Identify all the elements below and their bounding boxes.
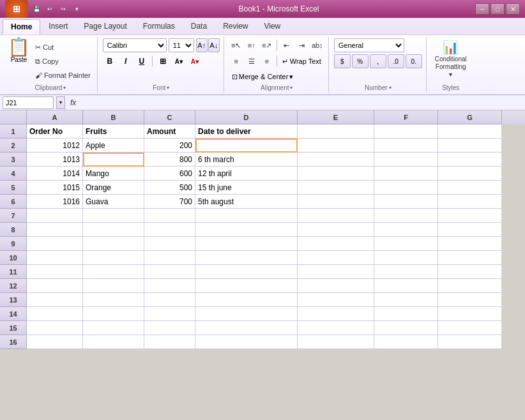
maximize-btn[interactable]: □ (491, 3, 505, 15)
cell-d2[interactable] (195, 139, 298, 153)
save-quick-btn[interactable]: 💾 (31, 4, 42, 14)
cell-f8[interactable] (374, 223, 438, 237)
cell-e1[interactable] (298, 124, 374, 139)
cell-c8[interactable] (144, 223, 195, 237)
cell-a11[interactable] (27, 265, 83, 279)
cell-g8[interactable] (438, 223, 502, 237)
row-header-14[interactable]: 14 (0, 307, 27, 321)
cell-d12[interactable] (195, 279, 298, 293)
cell-f2[interactable] (374, 139, 438, 153)
cell-b13[interactable] (83, 293, 144, 307)
comma-btn[interactable]: , (370, 54, 386, 68)
bold-btn[interactable]: B (103, 54, 117, 68)
cut-btn[interactable]: ✂ Cut (33, 41, 93, 54)
cell-c13[interactable] (144, 293, 195, 307)
cell-f5[interactable] (374, 181, 438, 195)
cell-c5[interactable]: 500 (144, 181, 195, 195)
col-header-c[interactable]: C (144, 110, 195, 124)
cell-g13[interactable] (438, 293, 502, 307)
align-right-btn[interactable]: ≡ (260, 54, 274, 68)
cell-b1[interactable]: Fruits (83, 124, 144, 139)
cell-e15[interactable] (298, 321, 374, 335)
cell-b11[interactable] (83, 265, 144, 279)
cell-d14[interactable] (195, 307, 298, 321)
cell-b12[interactable] (83, 279, 144, 293)
row-header-4[interactable]: 4 (0, 167, 27, 181)
row-header-1[interactable]: 1 (0, 124, 27, 139)
paste-btn[interactable]: 📋 Paste (8, 38, 30, 63)
cell-d15[interactable] (195, 321, 298, 335)
cell-g16[interactable] (438, 335, 502, 349)
row-header-11[interactable]: 11 (0, 265, 27, 279)
cell-c11[interactable] (144, 265, 195, 279)
cell-a5[interactable]: 1015 (27, 181, 83, 195)
cell-e9[interactable] (298, 237, 374, 251)
cell-e3[interactable] (298, 153, 374, 167)
border-btn[interactable]: ⊞ (156, 54, 170, 68)
row-header-3[interactable]: 3 (0, 153, 27, 167)
cell-d6[interactable]: 5th august (195, 195, 298, 209)
col-header-g[interactable]: G (438, 110, 502, 124)
undo-quick-btn[interactable]: ↩ (44, 4, 56, 14)
cell-b6[interactable]: Guava (83, 195, 144, 209)
align-top-right-btn[interactable]: ≡↗ (260, 38, 274, 52)
cell-c2[interactable]: 200 (144, 139, 195, 153)
cell-d4[interactable]: 12 th april (195, 167, 298, 181)
cell-g4[interactable] (438, 167, 502, 181)
cell-b8[interactable] (83, 223, 144, 237)
cell-g1[interactable] (438, 124, 502, 139)
tab-page-layout[interactable]: Page Layout (76, 19, 134, 34)
align-top-center-btn[interactable]: ≡↑ (245, 38, 259, 52)
row-header-7[interactable]: 7 (0, 209, 27, 223)
cell-a9[interactable] (27, 237, 83, 251)
align-center-btn[interactable]: ☰ (245, 54, 259, 68)
cell-c10[interactable] (144, 251, 195, 265)
cell-f7[interactable] (374, 209, 438, 223)
cell-c14[interactable] (144, 307, 195, 321)
cell-a6[interactable]: 1016 (27, 195, 83, 209)
row-header-16[interactable]: 16 (0, 335, 27, 349)
close-btn[interactable]: ✕ (506, 3, 520, 15)
cell-c4[interactable]: 600 (144, 167, 195, 181)
number-expand-icon[interactable]: ▾ (389, 85, 392, 91)
cell-f10[interactable] (374, 251, 438, 265)
font-color-btn[interactable]: A▾ (188, 54, 202, 68)
cell-g14[interactable] (438, 307, 502, 321)
formula-input[interactable] (81, 96, 522, 109)
conditional-formatting-btn[interactable]: 📊 ConditionalFormatting ▾ (432, 38, 470, 80)
cell-g6[interactable] (438, 195, 502, 209)
cell-g11[interactable] (438, 265, 502, 279)
cell-b16[interactable] (83, 335, 144, 349)
clipboard-expand-icon[interactable]: ▾ (63, 85, 66, 91)
cell-b9[interactable] (83, 237, 144, 251)
font-name-select[interactable]: Calibri (103, 38, 167, 52)
format-painter-btn[interactable]: 🖌 Format Painter (33, 69, 93, 82)
cell-g7[interactable] (438, 209, 502, 223)
cell-g15[interactable] (438, 321, 502, 335)
cell-e7[interactable] (298, 209, 374, 223)
cell-f16[interactable] (374, 335, 438, 349)
cell-e8[interactable] (298, 223, 374, 237)
cell-d11[interactable] (195, 265, 298, 279)
cell-b4[interactable]: Mango (83, 167, 144, 181)
decrease-indent-btn[interactable]: ⇤ (280, 38, 294, 52)
cell-c16[interactable] (144, 335, 195, 349)
cell-e10[interactable] (298, 251, 374, 265)
redo-quick-btn[interactable]: ↪ (57, 4, 69, 14)
cell-c12[interactable] (144, 279, 195, 293)
row-header-6[interactable]: 6 (0, 195, 27, 209)
align-left-btn[interactable]: ≡ (229, 54, 243, 68)
cell-e11[interactable] (298, 265, 374, 279)
cell-d13[interactable] (195, 293, 298, 307)
cell-c1[interactable]: Amount (144, 124, 195, 139)
cell-f11[interactable] (374, 265, 438, 279)
wrap-text-btn[interactable]: ↵ Wrap Text (280, 55, 324, 68)
row-header-8[interactable]: 8 (0, 223, 27, 237)
row-header-15[interactable]: 15 (0, 321, 27, 335)
accounting-btn[interactable]: $ (334, 54, 351, 68)
cell-e14[interactable] (298, 307, 374, 321)
minimize-btn[interactable]: ─ (475, 3, 489, 15)
cell-b15[interactable] (83, 321, 144, 335)
fill-color-btn[interactable]: A▾ (172, 54, 186, 68)
cell-f14[interactable] (374, 307, 438, 321)
